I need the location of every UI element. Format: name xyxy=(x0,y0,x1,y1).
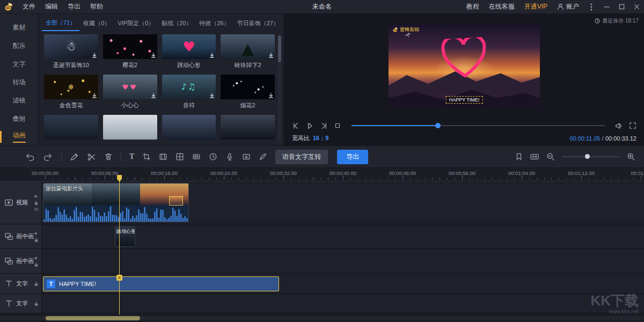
menu-export[interactable]: 导出 xyxy=(63,2,85,11)
close-button[interactable] xyxy=(629,0,644,14)
total-time: 00:00:33.12 xyxy=(605,135,636,142)
video-track-icon xyxy=(4,198,13,207)
media-item[interactable]: ▲ 砖块掉下2 xyxy=(221,34,275,68)
download-icon[interactable] xyxy=(151,53,156,58)
timeline-hscrollbar-thumb[interactable] xyxy=(46,316,140,320)
more-menu-icon[interactable] xyxy=(584,0,599,14)
hide-icon[interactable] xyxy=(34,207,39,211)
menu-edit[interactable]: 编辑 xyxy=(40,2,63,11)
snapshot-button[interactable] xyxy=(242,152,251,161)
redo-button[interactable] xyxy=(43,152,53,162)
sidebar-item-animation[interactable]: 动画 xyxy=(0,128,38,146)
volume-icon[interactable] xyxy=(615,122,623,130)
download-icon[interactable] xyxy=(268,53,274,58)
sidebar-item-music[interactable]: 配乐 xyxy=(0,36,38,55)
media-item[interactable]: 樱花2 xyxy=(103,34,157,68)
download-icon[interactable] xyxy=(151,93,156,98)
stop-button[interactable] xyxy=(334,122,341,129)
vip-button[interactable]: 开通VIP xyxy=(519,2,552,11)
prev-frame-button[interactable] xyxy=(292,122,300,130)
tab-holiday[interactable]: 节日装饰（27） xyxy=(233,15,283,31)
freeze-frame-button[interactable] xyxy=(159,152,167,161)
tab-vip-only[interactable]: VIP限定（0） xyxy=(114,15,158,31)
playhead-grip[interactable] xyxy=(116,275,122,281)
minimize-button[interactable] xyxy=(599,0,614,14)
undo-button[interactable] xyxy=(25,152,35,162)
crop-tool-button[interactable] xyxy=(142,152,151,161)
audio-waveform xyxy=(43,205,188,222)
draw-tool-button[interactable] xyxy=(259,152,267,161)
download-icon[interactable] xyxy=(92,53,97,58)
video-clip[interactable]: 派拉蒙电影片头 xyxy=(43,183,189,222)
maximize-button[interactable] xyxy=(614,0,629,14)
timeline-ruler[interactable]: 00:00:00.00 00:00:08.00 00:00:16.00 00:0… xyxy=(0,169,644,181)
media-item[interactable] xyxy=(162,115,216,140)
timeline-hscrollbar[interactable] xyxy=(0,316,644,320)
lock-icon[interactable] xyxy=(34,281,39,286)
marker-icon[interactable] xyxy=(515,152,523,161)
aspect-ratio-selector[interactable]: 宽高比 16：9 xyxy=(292,134,328,142)
mute-icon[interactable] xyxy=(34,194,39,199)
record-voice-button[interactable] xyxy=(225,152,234,161)
text-tool-button[interactable]: T xyxy=(129,152,134,161)
playhead[interactable] xyxy=(119,175,120,314)
tab-effects[interactable]: 特效（26） xyxy=(195,15,233,31)
next-frame-button[interactable] xyxy=(320,122,328,130)
zoom-out-icon[interactable] xyxy=(546,152,555,161)
tab-favorites[interactable]: 收藏（0） xyxy=(79,15,114,31)
seek-handle[interactable] xyxy=(435,123,441,128)
delete-button[interactable] xyxy=(104,152,113,161)
media-item[interactable]: ☃ 圣诞节装饰10 xyxy=(44,34,98,68)
media-item[interactable] xyxy=(44,115,98,140)
zoom-tool-button[interactable] xyxy=(175,152,184,161)
fit-timeline-icon[interactable] xyxy=(530,153,539,160)
media-item[interactable]: ♥ 跳动心形 xyxy=(162,34,216,68)
download-icon[interactable] xyxy=(268,93,274,98)
speech-text-button[interactable]: 语音文字互转 xyxy=(275,150,328,164)
sidebar-item-media[interactable]: 素材 xyxy=(0,18,38,36)
speed-tool-button[interactable] xyxy=(209,152,217,161)
timeline-zoom-handle[interactable] xyxy=(585,154,590,159)
media-item[interactable]: ♪♫ 音符 xyxy=(162,75,216,108)
export-button[interactable]: 导出 xyxy=(337,150,368,164)
fullscreen-icon[interactable] xyxy=(629,122,636,129)
media-item[interactable]: ❄ 金色雪花 xyxy=(44,75,98,108)
download-icon[interactable] xyxy=(92,93,97,98)
lock-icon[interactable] xyxy=(34,237,39,242)
tab-all[interactable]: 全部（71） xyxy=(42,14,79,31)
lock-icon[interactable] xyxy=(34,301,39,306)
lock-icon[interactable] xyxy=(34,200,39,205)
split-button[interactable] xyxy=(87,152,96,162)
pip-clip[interactable]: 跳动心形 xyxy=(115,226,135,247)
text-overlay-selected[interactable]: HAPPY TIME! xyxy=(446,96,483,104)
seek-bar[interactable] xyxy=(352,125,605,126)
support-link[interactable]: 在线客服 xyxy=(484,2,519,11)
menu-file[interactable]: 文件 xyxy=(18,2,40,11)
text-clip-selected[interactable]: T HAPPY TIME! xyxy=(43,276,279,291)
media-item[interactable] xyxy=(103,115,157,140)
edit-clip-button[interactable] xyxy=(70,152,79,162)
download-icon[interactable] xyxy=(209,53,215,58)
heart-overlay[interactable] xyxy=(440,37,489,81)
account-button[interactable]: 账户 xyxy=(552,2,584,11)
sidebar-item-filter[interactable]: 滤镜 xyxy=(0,91,38,109)
tutorial-link[interactable]: 教程 xyxy=(462,2,484,11)
media-scrollbar[interactable] xyxy=(278,35,281,142)
tab-stickers[interactable]: 贴纸（20） xyxy=(158,15,195,31)
mute-icon[interactable] xyxy=(34,255,39,260)
sidebar-item-text[interactable]: 文字 xyxy=(0,55,38,73)
media-item[interactable]: ♥♥ 小心心 xyxy=(103,75,157,108)
mute-icon[interactable] xyxy=(34,231,39,236)
media-item[interactable] xyxy=(221,115,275,140)
play-button[interactable] xyxy=(306,122,314,130)
sidebar-item-overlay[interactable]: 叠附 xyxy=(0,109,38,128)
mosaic-tool-button[interactable] xyxy=(192,152,201,161)
timeline-zoom-slider[interactable] xyxy=(562,156,620,157)
download-icon[interactable] xyxy=(209,93,215,98)
lock-icon[interactable] xyxy=(34,262,39,267)
sidebar-item-transition[interactable]: 转场 xyxy=(0,73,38,91)
media-scrollbar-thumb[interactable] xyxy=(278,35,281,62)
media-item[interactable]: 烟花2 xyxy=(221,75,275,108)
zoom-in-icon[interactable] xyxy=(627,152,635,161)
menu-help[interactable]: 帮助 xyxy=(85,2,108,11)
